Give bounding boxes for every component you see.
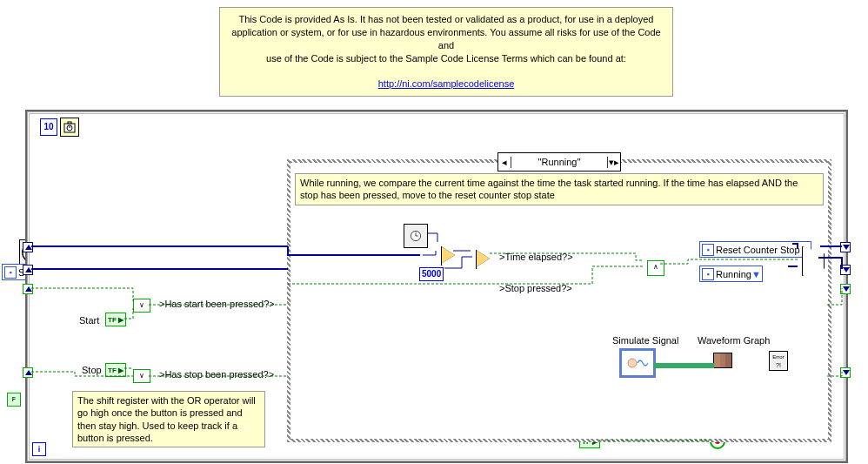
case-next-arrow[interactable]: ▾▸	[607, 157, 620, 168]
false-constant[interactable]: F	[7, 393, 21, 407]
case-label: "Running"	[511, 157, 607, 167]
case-prev-arrow[interactable]: ◂	[498, 157, 511, 168]
while-loop: 10 F i Start TF ▶ ∨ >Has start been pres…	[25, 110, 848, 463]
case-selector[interactable]: ◂ "Running" ▾▸	[497, 152, 621, 171]
disclaimer-line1: This Code is provided As Is. It has not …	[239, 14, 654, 24]
disclaimer-box: This Code is provided As Is. It has not …	[219, 7, 673, 97]
wire-diagram	[27, 111, 846, 461]
disclaimer-line2: application or system, or for use in haz…	[231, 27, 660, 50]
disclaimer-line3: use of the Code is subject to the Sample…	[266, 53, 626, 64]
disclaimer-link[interactable]: http://ni.com/samplecodelicense	[378, 78, 515, 89]
